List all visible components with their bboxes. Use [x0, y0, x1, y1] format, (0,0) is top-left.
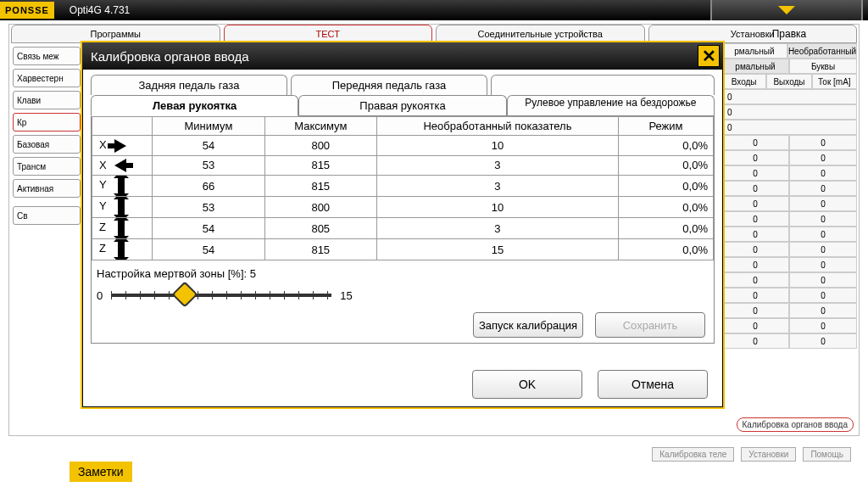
arrow-updown-icon: [118, 242, 125, 257]
right-value-cell: 0: [721, 211, 789, 227]
cell-raw: 15: [376, 239, 618, 260]
right-cell[interactable]: Буквы: [789, 59, 857, 74]
table-row: X 54800100,0%: [92, 136, 714, 156]
right-value-cell: 0: [789, 333, 857, 349]
bottom-button[interactable]: Калибровка теле: [652, 447, 734, 462]
right-cell[interactable]: рмальный: [721, 43, 787, 59]
right-footer-link[interactable]: Калибровка органов ввода: [737, 417, 854, 432]
table-row: X 5381530,0%: [92, 155, 714, 176]
col-max: Максимум: [264, 117, 376, 136]
dialog-body: Задняя педаль газа Передняя педаль газа …: [82, 70, 723, 407]
chevron-down-icon: [778, 6, 795, 14]
right-value-cell: 0: [721, 89, 857, 104]
cell-min: 66: [153, 176, 264, 197]
save-button[interactable]: Сохранить: [595, 312, 705, 338]
calibration-dialog: Калибровка органов ввода ✕ Задняя педаль…: [81, 41, 725, 409]
col-min: Минимум: [153, 117, 264, 136]
slider-thumb[interactable]: [172, 282, 198, 308]
right-cell[interactable]: рмальный: [721, 59, 789, 74]
cell-max: 815: [264, 155, 376, 176]
tab-empty[interactable]: [491, 75, 715, 95]
arrow-updown-icon: [118, 178, 125, 193]
deadzone-section: Настройка мертвой зоны [%]: 5 0: [97, 267, 709, 309]
cell-axis: Y: [92, 176, 153, 197]
slider-min: 0: [97, 289, 103, 302]
cell-max: 805: [264, 218, 376, 239]
bg-left-button[interactable]: Активная: [13, 179, 81, 198]
cell-axis: X: [92, 136, 153, 156]
right-col-header: Выходы: [766, 74, 811, 89]
deadzone-slider[interactable]: [111, 294, 331, 297]
right-value-cell: 0: [789, 288, 857, 303]
tab-front-pedal[interactable]: Передняя педаль газа: [291, 75, 487, 95]
cell-min: 53: [153, 197, 264, 218]
table-row: Z 5480530,0%: [92, 218, 714, 239]
tab-right-handle[interactable]: Правая рукоятка: [298, 95, 506, 116]
tab-steering[interactable]: Рулевое управление на бездорожье: [507, 95, 715, 116]
bg-left-button[interactable]: Кр: [13, 113, 81, 132]
cell-min: 53: [153, 155, 264, 176]
bg-left-button[interactable]: Клави: [13, 91, 81, 109]
cancel-button[interactable]: Отмена: [598, 370, 708, 399]
cell-mode: 0,0%: [618, 136, 713, 156]
close-icon: ✕: [702, 46, 716, 66]
cell-raw: 3: [376, 176, 618, 197]
arrow-left-icon: [114, 159, 126, 172]
cell-min: 54: [153, 136, 264, 156]
right-col-header: Входы: [721, 74, 766, 89]
bottom-buttons: Калибровка теле Установки Помощь: [652, 447, 851, 462]
tab-rear-pedal[interactable]: Задняя педаль газа: [91, 75, 287, 95]
dialog-title-bar: Калибровка органов ввода ✕: [82, 42, 723, 70]
cell-max: 815: [264, 239, 376, 260]
ok-button[interactable]: OK: [472, 370, 582, 399]
cell-mode: 0,0%: [618, 176, 713, 197]
col-raw: Необработанный показатель: [376, 117, 618, 136]
right-value-cell: 0: [721, 288, 789, 303]
right-value-cell: 0: [789, 318, 857, 333]
deadzone-label: Настройка мертвой зоны [%]:: [97, 267, 247, 280]
table-row: Z 54815150,0%: [92, 239, 714, 260]
right-value-cell: 0: [789, 211, 857, 227]
bg-left-button[interactable]: Базовая: [13, 135, 81, 154]
close-button[interactable]: ✕: [698, 45, 720, 67]
bottom-button[interactable]: Установки: [741, 447, 796, 462]
right-col-header: Ток [mA]: [812, 74, 857, 89]
arrow-right-icon: [114, 139, 126, 153]
right-value-cell: 0: [789, 303, 857, 318]
tab-row-pedals: Задняя педаль газа Передняя педаль газа: [91, 75, 715, 95]
cell-raw: 3: [376, 155, 618, 176]
bottom-button[interactable]: Помощь: [803, 447, 851, 462]
notes-label: Заметки: [70, 462, 132, 482]
topbar: PONSSE Opti4G 4.731: [0, 0, 868, 20]
cell-axis: X: [92, 155, 153, 176]
bg-left-button[interactable]: Связь меж: [13, 47, 81, 65]
right-value-cell: 0: [721, 272, 789, 288]
bg-left-button[interactable]: Трансм: [13, 157, 81, 176]
right-value-cell: 0: [789, 272, 857, 288]
arrow-updown-icon: [118, 199, 125, 215]
right-value-cell: 0: [721, 333, 789, 349]
right-value-cell: 0: [721, 196, 789, 211]
deadzone-value: 5: [250, 267, 256, 280]
cell-max: 815: [264, 176, 376, 197]
bg-right-panel: Правка рмальный Необработанный рмальный …: [721, 25, 857, 434]
cell-mode: 0,0%: [618, 239, 713, 260]
right-value-cell: 0: [721, 257, 789, 272]
right-value-cell: 0: [721, 104, 857, 120]
bg-left-button[interactable]: Св: [13, 206, 81, 225]
cell-axis: Z: [92, 218, 153, 239]
topbar-dropdown[interactable]: [710, 0, 863, 20]
cell-mode: 0,0%: [618, 218, 713, 239]
right-value-cell: 0: [789, 196, 857, 211]
cell-max: 800: [264, 136, 376, 156]
cell-axis: Z: [92, 239, 153, 260]
right-value-cell: 0: [721, 120, 857, 135]
col-mode: Режим: [618, 117, 713, 136]
right-value-cell: 0: [789, 165, 857, 181]
tab-left-handle[interactable]: Левая рукоятка: [91, 95, 298, 116]
start-calibration-button[interactable]: Запуск калибрация: [473, 312, 583, 338]
dialog-title: Калибровка органов ввода: [91, 49, 249, 64]
right-cell[interactable]: Необработанный: [787, 43, 857, 59]
arrow-updown-icon: [118, 221, 125, 236]
bg-left-button[interactable]: Харвестерн: [13, 69, 81, 87]
